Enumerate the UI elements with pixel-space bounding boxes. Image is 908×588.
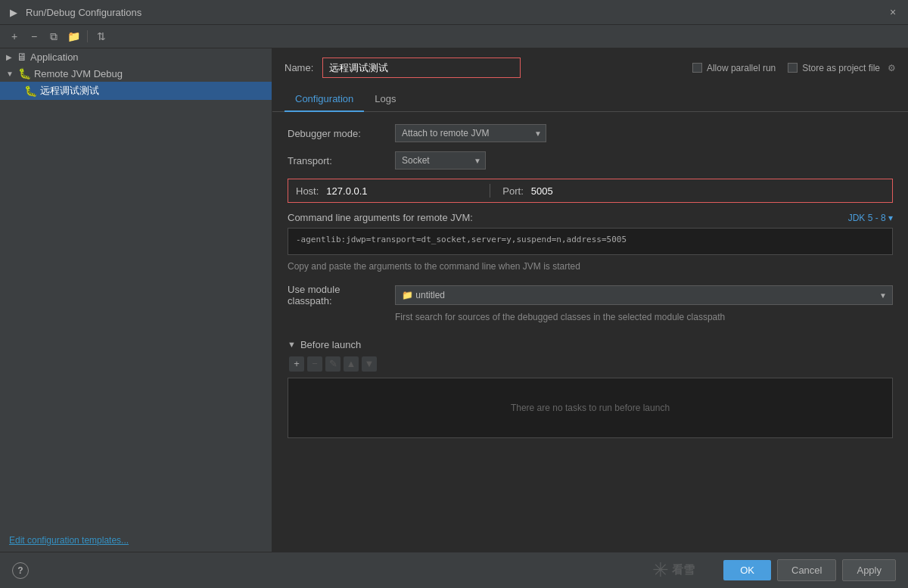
header-options: Allow parallel run Store as project file… — [692, 63, 896, 73]
launch-remove-button[interactable]: − — [307, 356, 322, 372]
launch-up-button[interactable]: ▲ — [344, 356, 359, 372]
sort-button[interactable]: ⇅ — [93, 28, 110, 45]
debugger-mode-select[interactable]: Attach to remote JVM — [395, 124, 546, 142]
tree-arrow-application: ▶ — [6, 53, 12, 61]
help-button[interactable]: ? — [12, 562, 29, 579]
debugger-mode-row: Debugger mode: Attach to remote JVM ▼ — [288, 124, 893, 142]
module-classpath-row: Use module classpath: 📁 untitled ▼ — [288, 284, 893, 306]
debugger-mode-label: Debugger mode: — [288, 128, 386, 139]
tab-logs[interactable]: Logs — [364, 87, 406, 112]
before-launch-header: ▼ Before launch — [288, 339, 893, 350]
transport-label: Transport: — [288, 155, 386, 166]
transport-select[interactable]: Socket — [395, 151, 486, 170]
remote-jvm-label: Remote JVM Debug — [34, 68, 123, 79]
run-debug-icon: ▶ — [8, 6, 20, 18]
no-tasks-text: There are no tasks to run before launch — [511, 403, 670, 413]
host-input[interactable] — [326, 185, 477, 197]
gear-icon: ⚙ — [888, 63, 896, 73]
config-form: Debugger mode: Attach to remote JVM ▼ Tr… — [272, 112, 908, 552]
application-icon: 🖥 — [17, 51, 27, 63]
right-panel: Name: Allow parallel run Store as projec… — [272, 48, 908, 552]
toolbar-separator — [87, 30, 88, 42]
tree-item-remote-jvm[interactable]: ▼ 🐛 Remote JVM Debug — [0, 65, 272, 82]
cmd-args-label: Command line arguments for remote JVM: — [288, 212, 473, 223]
port-input[interactable] — [531, 185, 577, 197]
cmd-args-value: -agentlib:jdwp=transport=dt_socket,serve… — [296, 235, 627, 244]
port-label: Port: — [502, 185, 523, 197]
apply-button[interactable]: Apply — [842, 559, 896, 581]
launch-add-button[interactable]: + — [289, 356, 304, 372]
config-header: Name: Allow parallel run Store as projec… — [272, 48, 908, 87]
tree-item-selected-config[interactable]: 🐛 远程调试测试 — [0, 82, 272, 100]
cmd-hint: Copy and paste the arguments to the comm… — [288, 261, 893, 272]
cmd-args-box: -agentlib:jdwp=transport=dt_socket,serve… — [288, 228, 893, 255]
name-label: Name: — [285, 62, 313, 73]
launch-toolbar: + − ✎ ▲ ▼ — [289, 356, 893, 372]
module-select[interactable]: 📁 untitled — [395, 285, 893, 305]
allow-parallel-run-checkbox[interactable]: Allow parallel run — [692, 63, 776, 73]
dialog-title: Run/Debug Configurations — [26, 7, 141, 18]
toolbar: + − ⧉ 📁 ⇅ — [0, 25, 908, 48]
name-input-wrapper — [322, 58, 521, 78]
host-port-row: Host: Port: — [288, 179, 893, 203]
store-as-project-label: Store as project file — [802, 63, 880, 73]
copy-button[interactable]: ⧉ — [45, 28, 62, 45]
jdk-link[interactable]: JDK 5 - 8 ▾ — [848, 213, 893, 223]
edit-config-templates-link[interactable]: Edit configuration templates... — [0, 529, 272, 552]
remote-jvm-icon: 🐛 — [18, 67, 31, 79]
debugger-mode-select-wrapper: Attach to remote JVM ▼ — [395, 124, 546, 142]
allow-parallel-run-label: Allow parallel run — [707, 63, 776, 73]
module-classpath-label: Use module classpath: — [288, 284, 386, 306]
tree-arrow-remote-jvm: ▼ — [6, 70, 14, 78]
no-tasks-box: There are no tasks to run before launch — [288, 378, 893, 438]
launch-down-button[interactable]: ▼ — [362, 356, 377, 372]
store-as-project-box — [788, 63, 798, 73]
close-button[interactable]: × — [885, 5, 900, 20]
module-hint: First search for sources of the debugged… — [395, 311, 893, 324]
launch-edit-button[interactable]: ✎ — [325, 356, 340, 372]
cmd-label-row: Command line arguments for remote JVM: J… — [288, 212, 893, 223]
main-content: ▶ 🖥 Application ▼ 🐛 Remote JVM Debug 🐛 远… — [0, 48, 908, 552]
store-as-project-file-checkbox[interactable]: Store as project file ⚙ — [788, 63, 896, 73]
transport-select-wrapper: Socket ▼ — [395, 151, 486, 170]
bottom-bar: ? ✳ 看雪 OK Cancel Apply — [0, 552, 908, 588]
ok-button[interactable]: OK — [723, 560, 771, 580]
host-label: Host: — [296, 185, 319, 197]
add-button[interactable]: + — [6, 28, 23, 45]
module-select-wrapper: 📁 untitled ▼ — [395, 285, 893, 305]
remove-button[interactable]: − — [26, 28, 42, 45]
allow-parallel-run-box — [692, 63, 702, 73]
bottom-right-buttons: ✳ 看雪 OK Cancel Apply — [652, 558, 896, 582]
config-icon: 🐛 — [24, 85, 37, 97]
tree-item-application[interactable]: ▶ 🖥 Application — [0, 48, 272, 65]
tab-configuration[interactable]: Configuration — [285, 87, 364, 112]
watermark-text: 看雪 — [672, 563, 695, 577]
application-label: Application — [30, 51, 79, 63]
selected-config-label: 远程调试测试 — [40, 84, 99, 98]
tabs-bar: Configuration Logs — [272, 87, 908, 112]
before-launch-label: Before launch — [300, 339, 361, 350]
title-bar: ▶ Run/Debug Configurations × — [0, 0, 908, 25]
left-panel: ▶ 🖥 Application ▼ 🐛 Remote JVM Debug 🐛 远… — [0, 48, 272, 552]
folder-button[interactable]: 📁 — [65, 28, 82, 45]
transport-row: Transport: Socket ▼ — [288, 151, 893, 170]
cancel-button[interactable]: Cancel — [777, 559, 836, 581]
host-port-divider — [490, 184, 490, 198]
before-launch-arrow[interactable]: ▼ — [288, 340, 296, 349]
name-input[interactable] — [323, 60, 520, 76]
